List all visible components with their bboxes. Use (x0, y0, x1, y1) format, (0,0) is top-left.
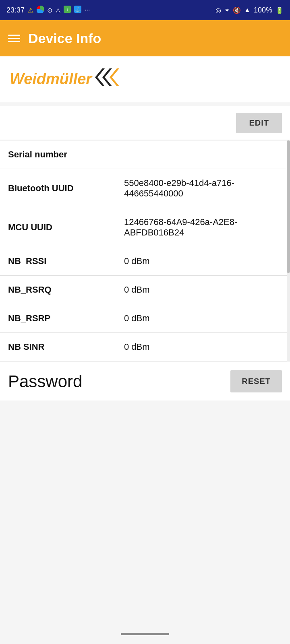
table-row: MCU UUID12466768-64A9-426a-A2E8-ABFDB016… (0, 208, 290, 247)
battery-icon: 🔋 (276, 6, 284, 14)
row-value: 0 dBm (116, 247, 290, 276)
row-label: NB SINR (0, 333, 116, 361)
color-circle-icon (37, 6, 44, 15)
status-bar-left: 23:37 ⚠ ⊙ △ ↓ ⚓ ··· (6, 6, 90, 15)
location-icon: ◎ (215, 6, 221, 14)
status-bar: 23:37 ⚠ ⊙ △ ↓ ⚓ ··· ◎ ✶ 🔇 ▲ (0, 0, 290, 20)
cloud-icon: △ (56, 6, 60, 14)
refresh-icon: ⊙ (47, 6, 52, 14)
table-row: NB_RSSI0 dBm (0, 247, 290, 276)
table-row: Serial number (0, 140, 290, 169)
row-label: NB_RSRP (0, 304, 116, 333)
row-label: MCU UUID (0, 208, 116, 247)
info-table-wrapper: Serial numberBluetooth UUID550e8400-e29b… (0, 140, 290, 361)
row-value: 0 dBm (116, 333, 290, 361)
row-value (116, 140, 290, 169)
download-icon: ↓ (64, 6, 71, 15)
row-label: NB_RSRQ (0, 276, 116, 304)
bottom-nav (0, 624, 290, 644)
svg-text:⚓: ⚓ (75, 6, 81, 12)
row-label: Bluetooth UUID (0, 169, 116, 208)
warning-icon: ⚠ (28, 6, 33, 14)
status-time: 23:37 (6, 6, 25, 14)
status-bar-right: ◎ ✶ 🔇 ▲ 100% 🔋 (215, 6, 284, 14)
weidmuller-logo-icon (95, 68, 119, 90)
app-bar: Device Info (0, 20, 290, 56)
logo-area: Weidmüller (0, 56, 290, 102)
bottom-area (0, 400, 290, 602)
row-value: 12466768-64A9-426a-A2E8-ABFDB016B24 (116, 208, 290, 247)
logo-text: Weidmüller (10, 70, 92, 88)
edit-row: EDIT (0, 106, 290, 140)
anchor-icon: ⚓ (74, 6, 81, 15)
content-area: EDIT Serial numberBluetooth UUID550e8400… (0, 106, 290, 361)
scrollbar-thumb (287, 140, 290, 273)
table-row: Bluetooth UUID550e8400-e29b-41d4-a716-44… (0, 169, 290, 208)
hamburger-menu-icon[interactable] (8, 35, 20, 42)
table-row: NB_RSRP0 dBm (0, 304, 290, 333)
wifi-icon: ▲ (244, 6, 251, 14)
weidmuller-logo: Weidmüller (10, 68, 280, 90)
nav-pill (121, 633, 169, 635)
table-row: NB_RSRQ0 dBm (0, 276, 290, 304)
reset-button[interactable]: RESET (230, 370, 282, 392)
edit-button[interactable]: EDIT (236, 113, 282, 133)
mute-icon: 🔇 (233, 6, 241, 14)
battery-percent: 100% (254, 6, 272, 14)
info-table: Serial numberBluetooth UUID550e8400-e29b… (0, 140, 290, 361)
row-label: NB_RSSI (0, 247, 116, 276)
row-label: Serial number (0, 140, 116, 169)
row-value: 550e8400-e29b-41d4-a716-446655440000 (116, 169, 290, 208)
table-row: NB SINR0 dBm (0, 333, 290, 361)
scrollbar-track[interactable] (287, 140, 290, 361)
password-section: Password RESET (0, 362, 290, 400)
svg-marker-7 (110, 68, 119, 86)
page-title: Device Info (28, 31, 101, 46)
svg-text:↓: ↓ (66, 7, 68, 12)
row-value: 0 dBm (116, 276, 290, 304)
dots-icon: ··· (85, 6, 90, 14)
password-label: Password (8, 372, 82, 391)
row-value: 0 dBm (116, 304, 290, 333)
bluetooth-icon: ✶ (224, 6, 230, 14)
